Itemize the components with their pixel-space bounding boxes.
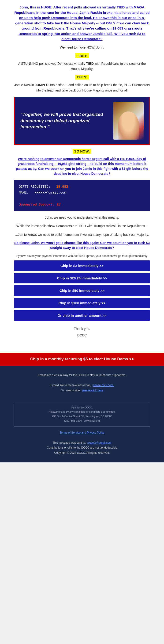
sent-to-row: This message was sent to: xxxxxx@gmail.c… — [14, 440, 150, 446]
paid-by: Paid for by DCCC. — [18, 406, 146, 410]
terms-link[interactable]: Terms of Service and Privacy Policy — [14, 430, 150, 436]
thank-you-section: Thank you, DCCC — [14, 326, 150, 338]
quote-image-box: “Together, we will prove that organized … — [14, 97, 150, 145]
info-gifts-row: GIFTS REQUESTED: 19,083 — [19, 184, 145, 190]
not-deductible: Contributions or gifts to the DCCC are n… — [14, 445, 150, 450]
unsub-link[interactable]: please click here — [82, 389, 103, 392]
then-body-text: Jamie Raskin JUMPED into action -- and c… — [14, 82, 150, 93]
person-photo — [113, 102, 144, 140]
tied-text: While the latest polls show Democrats ar… — [14, 223, 150, 228]
quote-text: “Together, we will prove that organized … — [20, 112, 109, 130]
please-link[interactable]: So please, John, we won't get a chance l… — [14, 240, 150, 250]
then-label: THEN: — [14, 74, 150, 82]
info-name-row: NAME: xxxxxx@gmail.com — [19, 190, 145, 196]
terms-privacy-link[interactable]: Terms of Service and Privacy Policy — [60, 431, 105, 434]
footer-phone-web: (202) 863-1500 | www.dccc.org — [18, 418, 146, 423]
footer-section: Emails are a crucial way for the DCCC to… — [0, 366, 164, 463]
info-name-label: NAME: — [19, 190, 29, 194]
donate-btn-50[interactable]: Chip in $50 immediately >> — [14, 285, 150, 296]
paid-box: Paid for by DCCC. Not authorized by any … — [14, 402, 150, 426]
so-now-highlight: SO NOW: — [73, 149, 91, 154]
momentum-text: ...Jamie knows we need to build momentum… — [14, 232, 150, 237]
info-name-value: xxxxxx@gmail.com — [34, 190, 66, 194]
info-gifts-value: 19,083 — [56, 185, 68, 188]
thank-you-text: Thank you, — [14, 326, 150, 332]
footer-line1: Emails are a crucial way for the DCCC to… — [14, 373, 150, 378]
donate-btn-20[interactable]: Chip in $20.24 immediately >> — [14, 273, 150, 284]
org-name: DCCC — [14, 332, 150, 338]
actblue-note: If you've saved your payment information… — [14, 254, 150, 258]
first-label: FIRST: — [14, 53, 150, 61]
donate-btn-3[interactable]: Chip in $3 immediately >> — [14, 260, 150, 271]
info-gifts-label: GIFTS REQUESTED: — [19, 185, 50, 188]
so-now-label: SO NOW: — [14, 149, 150, 156]
not-authorized: Not authorized by any candidate or candi… — [18, 410, 146, 414]
footer-address: 430 South Capitol Street SE, Washington,… — [18, 414, 146, 418]
less-email-link[interactable]: please click here. — [92, 384, 114, 387]
understand-text: John, we need you to understand what thi… — [14, 215, 150, 220]
intro-text: We need to move NOW, John. — [14, 45, 150, 50]
footer-unsub: To unsubscribe, please click here — [14, 388, 150, 393]
recurring-btn[interactable]: Chip in a monthly recurring $5 to elect … — [0, 352, 164, 366]
info-box: GIFTS REQUESTED: 19,083 NAME: xxxxxx@gma… — [14, 180, 150, 211]
footer-less-email: If you'd like to receive less email, ple… — [14, 383, 150, 388]
donate-btn-100[interactable]: Chip in $100 immediately >> — [14, 298, 150, 308]
then-highlight: THEN: — [75, 74, 89, 80]
sent-email-link[interactable]: xxxxxx@gmail.com — [87, 441, 112, 444]
headline-link[interactable]: John, this is HUGE: After recent polls s… — [14, 5, 150, 42]
donate-btn-other[interactable]: Or chip in another amount >> — [14, 310, 150, 321]
info-suggested-row: Suggested Support: $3 — [19, 202, 145, 208]
copyright: Copyright © 2024 DCCC. All rights reserv… — [14, 450, 150, 456]
first-body-text: A STUNNING poll showed Democrats virtual… — [14, 61, 150, 72]
info-suggested-link[interactable]: Suggested Support: $3 — [19, 202, 60, 206]
urgent-link[interactable]: We're rushing to answer our Democratic h… — [14, 156, 150, 176]
first-highlight: FIRST: — [75, 53, 89, 58]
